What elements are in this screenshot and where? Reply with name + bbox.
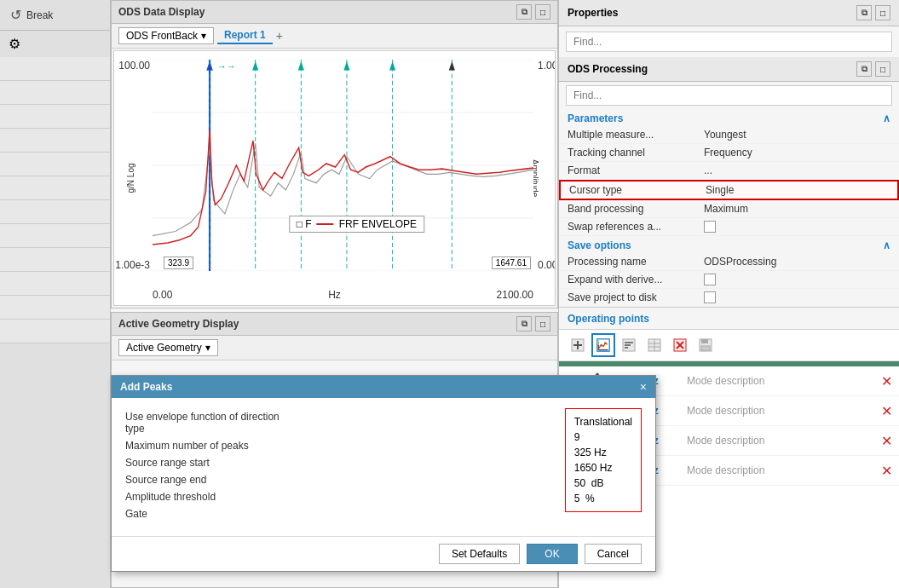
report-tab[interactable]: Report 1 [217,27,273,44]
dialog-body: Use envelope function of direction type … [112,398,655,536]
delete-op-icon [673,338,687,352]
dialog-field-amplitude: Amplitude threshold [125,488,558,505]
panel-restore-button[interactable]: ⧉ [516,4,532,20]
prop-value-format[interactable]: ... [704,164,890,176]
prop-row-swap-references: Swap references a... [559,218,899,236]
refresh-icon: ↺ [10,7,21,23]
sidebar-row [0,224,110,248]
agd-maximize-button[interactable]: □ [535,316,550,331]
cursor-label-right: 1647.61 [492,257,531,269]
break-button[interactable]: ↺ Break [0,0,110,31]
value-range-start: 325 Hz [574,447,607,458]
prop-label-tracking-channel: Tracking channel [568,147,704,159]
op-chart-button[interactable] [591,333,615,357]
value-gate: 5 % [574,493,595,504]
dialog-field-envelope: Use envelope function of direction type [125,408,558,437]
ods-processing-search-input[interactable] [566,85,892,106]
table-icon [648,338,661,352]
op-delete-button-1[interactable]: ✕ [881,373,892,389]
ods-processing-title: ODS Processing [568,63,648,75]
prop-checkbox-save-project[interactable] [704,291,716,303]
save-options-section-title: Save options ∧ [559,236,899,253]
dialog-titlebar: Add Peaks × [112,376,655,398]
op-table-button[interactable] [643,333,666,357]
value-amplitude: 50 dB [574,477,604,489]
agd-panel-controls: ⧉ □ [516,316,550,331]
op-save-button[interactable] [694,333,717,357]
chart-xaxis: 0.00 Hz 2100.00 [153,289,533,301]
sort-icon [622,338,636,352]
legend-frf-label: FRF ENVELOPE [339,218,417,230]
ok-button[interactable]: OK [527,544,577,564]
y-val-bot: 1.00e-3 [115,259,150,271]
chart-container: 100.00 1.00e-3 1.00 0.00 g/N Log Amplitu… [113,50,556,306]
add-peaks-dialog: Add Peaks × Use envelope function of dir… [111,375,656,572]
ods-restore-button[interactable]: ⧉ [856,61,872,77]
agd-tab-name: Active Geometry [126,342,202,354]
agd-dropdown-arrow-icon: ▾ [205,342,210,354]
dialog-value-row-envelope: Translational [574,414,632,429]
set-defaults-button[interactable]: Set Defaults [439,544,520,564]
sidebar-row [0,129,110,153]
op-delete-button[interactable] [668,333,692,357]
properties-controls: ⧉ □ [856,5,890,20]
agd-panel-titlebar: Active Geometry Display ⧉ □ [112,313,557,336]
prop-label-multiple-measure: Multiple measure... [568,129,704,141]
prop-checkbox-expand-derive[interactable] [704,274,716,285]
properties-header: Properties ⧉ □ [559,0,899,26]
prop-checkbox-swap-references[interactable] [704,221,716,233]
cancel-button[interactable]: Cancel [585,544,642,564]
sidebar-row [0,272,110,296]
prop-value-multiple-measure[interactable]: Youngest [704,129,890,141]
chart-yaxis-label-left: g/N Log [126,163,135,193]
dialog-field-range-start: Source range start [125,454,558,471]
agd-tab-dropdown[interactable]: Active Geometry ▾ [118,339,218,356]
prop-row-save-project: Save project to disk [559,289,899,307]
dialog-close-button[interactable]: × [640,380,647,394]
properties-maximize-button[interactable]: □ [875,5,890,20]
chart-icon [596,337,610,354]
parameters-collapse-icon[interactable]: ∧ [883,112,890,124]
legend-f-label: □ F [297,218,312,230]
op-delete-button-2[interactable]: ✕ [881,403,892,419]
gear-button[interactable]: ⚙ [9,36,20,52]
properties-search-input[interactable] [566,32,892,52]
add-tab-button[interactable]: + [276,29,283,43]
properties-restore-button[interactable]: ⧉ [856,5,872,20]
chart-svg: →→ [153,60,533,271]
dialog-value-row-amplitude: 50 dB [574,476,632,491]
agd-restore-button[interactable]: ⧉ [516,316,532,331]
prop-label-swap-references: Swap references a... [568,221,704,233]
xaxis-hz: Hz [328,289,341,301]
op-desc-2: Mode description [687,405,874,417]
prop-value-cursor-type[interactable]: Single [706,184,889,196]
prop-value-band-processing[interactable]: Maximum [704,203,890,215]
prop-label-band-processing: Band processing [568,203,704,215]
tab-bar: ODS FrontBack ▾ Report 1 + [112,24,557,49]
ods-maximize-button[interactable]: □ [875,61,890,77]
prop-row-expand-derive: Expand with derive... [559,271,899,289]
op-add-button[interactable] [566,333,590,357]
sidebar-row [0,320,110,343]
field-envelope-label: Use envelope function of direction type [125,411,296,435]
ods-processing-header: ODS Processing ⧉ □ [559,57,899,82]
xaxis-start: 0.00 [153,289,172,301]
prop-value-tracking-channel[interactable]: Frequency [704,147,890,159]
panel-maximize-button[interactable]: □ [535,4,550,20]
op-delete-button-3[interactable]: ✕ [881,433,892,449]
save-options-collapse-icon[interactable]: ∧ [883,239,890,251]
ods-processing-controls: ⧉ □ [856,61,890,77]
op-sort-button[interactable] [617,333,641,357]
op-desc-4: Mode description [687,464,874,476]
op-delete-button-4[interactable]: ✕ [881,463,892,479]
parameters-section-title: Parameters ∧ [559,109,899,126]
ods-tab-dropdown[interactable]: ODS FrontBack ▾ [118,27,214,44]
save-op-icon [699,338,712,352]
sidebar-rows [0,57,110,588]
agd-tab-bar: Active Geometry ▾ [112,336,557,360]
prop-label-format: Format [568,164,704,176]
dialog-value-box: Translational 9 325 Hz 1650 Hz 50 dB [565,408,642,512]
value-envelope: Translational [574,416,632,428]
legend-line [317,223,334,225]
prop-value-processing-name[interactable]: ODSProcessing [704,256,890,268]
